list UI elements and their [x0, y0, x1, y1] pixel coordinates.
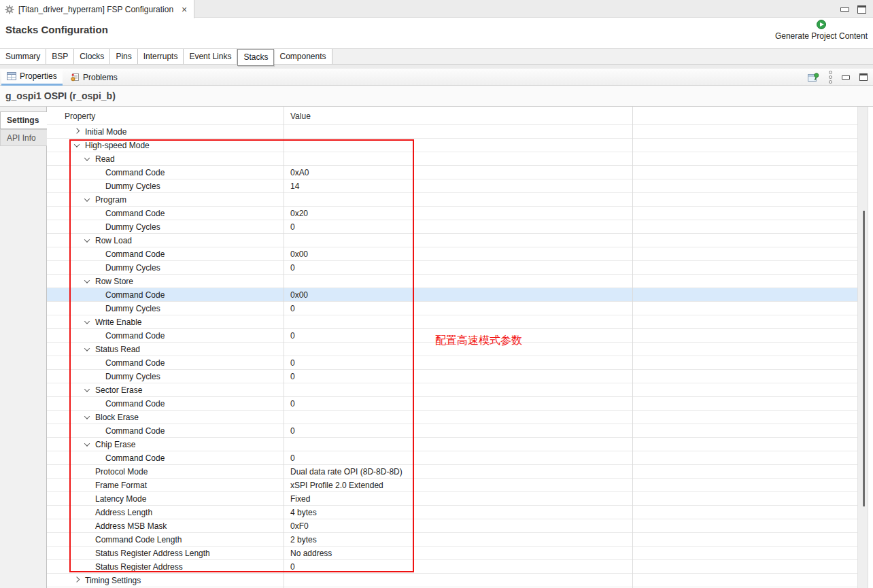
property-value[interactable]: 0: [284, 453, 632, 463]
table-row[interactable]: Protocol ModeDual data rate OPI (8D-8D-8…: [47, 465, 857, 479]
table-row[interactable]: Program: [47, 193, 857, 207]
property-value[interactable]: 0xA0: [284, 168, 632, 177]
chevron-down-icon[interactable]: [84, 386, 90, 392]
tab-properties[interactable]: Properties: [1, 69, 63, 86]
table-row[interactable]: Frame FormatxSPI Profile 2.0 Extended: [47, 479, 857, 492]
property-value[interactable]: 0: [284, 399, 632, 409]
property-value[interactable]: 0: [284, 358, 632, 368]
chevron-right-icon[interactable]: [74, 128, 80, 133]
table-row[interactable]: Timing Settings: [47, 574, 857, 587]
property-value[interactable]: 0x00: [284, 249, 632, 259]
table-row[interactable]: Address Length4 bytes: [47, 506, 857, 519]
property-cell: Protocol Mode: [47, 467, 284, 477]
table-row[interactable]: Command Code0xA0: [47, 166, 857, 179]
table-row[interactable]: Dummy Cycles0: [47, 370, 857, 383]
property-value[interactable]: 0: [284, 562, 632, 572]
property-value[interactable]: 0xF0: [284, 521, 632, 531]
table-row[interactable]: Command Code Length2 bytes: [47, 533, 857, 547]
chevron-right-icon[interactable]: [74, 576, 80, 582]
chevron-down-icon[interactable]: [84, 196, 90, 201]
page-tab-pins[interactable]: Pins: [110, 49, 137, 64]
property-cell: Chip Erase: [47, 440, 284, 449]
table-row[interactable]: Address MSB Mask0xF0: [47, 519, 857, 533]
chevron-down-icon[interactable]: [84, 345, 90, 351]
table-row[interactable]: Chip Erase: [47, 438, 857, 451]
editor-tab-fsp-configuration[interactable]: [Titan_driver_hyperram] FSP Configuratio…: [0, 0, 194, 18]
page-tab-stacks[interactable]: Stacks: [237, 49, 274, 66]
property-label: Dummy Cycles: [105, 372, 160, 381]
page-tab-event-links[interactable]: Event Links: [184, 49, 237, 64]
table-row[interactable]: Status Register Address LengthNo address: [47, 547, 857, 560]
table-row[interactable]: Dummy Cycles14: [47, 179, 857, 193]
property-value[interactable]: 0: [284, 222, 632, 232]
table-row[interactable]: Row Store: [47, 275, 857, 288]
generate-project-content-button[interactable]: Generate Project Content: [775, 20, 868, 41]
editor-tab-label: [Titan_driver_hyperram] FSP Configuratio…: [18, 5, 173, 14]
table-row[interactable]: Status Register Address0: [47, 560, 857, 574]
table-row[interactable]: Command Code0x00: [47, 247, 857, 261]
page-tab-bsp[interactable]: BSP: [46, 49, 74, 64]
table-row[interactable]: Read: [47, 152, 857, 166]
table-row[interactable]: Dummy Cycles0: [47, 261, 857, 275]
chevron-down-icon[interactable]: [84, 155, 90, 160]
table-row[interactable]: Initial Mode: [47, 125, 857, 139]
property-value[interactable]: 14: [284, 181, 632, 191]
property-value[interactable]: 2 bytes: [284, 535, 632, 544]
table-row[interactable]: Command Code0: [47, 397, 857, 411]
pin-editor-icon[interactable]: [808, 73, 819, 82]
table-row[interactable]: Dummy Cycles0: [47, 302, 857, 315]
table-row[interactable]: Command Code0x00: [47, 288, 857, 302]
minimize-view-icon[interactable]: [842, 75, 850, 80]
property-value[interactable]: Dual data rate OPI (8D-8D-8D): [284, 467, 632, 477]
property-value[interactable]: 0: [284, 304, 632, 313]
vertical-scrollbar[interactable]: [857, 107, 868, 588]
maximize-icon[interactable]: [857, 5, 866, 14]
chevron-down-icon[interactable]: [74, 141, 80, 147]
table-row[interactable]: Sector Erase: [47, 383, 857, 397]
side-tab-settings[interactable]: Settings: [0, 111, 47, 129]
table-row[interactable]: Command Code0: [47, 451, 857, 465]
table-row[interactable]: Write Enable: [47, 315, 857, 329]
table-row[interactable]: Latency ModeFixed: [47, 492, 857, 506]
chevron-down-icon[interactable]: [84, 413, 90, 419]
page-tab-clocks[interactable]: Clocks: [74, 49, 110, 64]
page-tab-summary[interactable]: Summary: [0, 49, 46, 64]
property-cell: Command Code Length: [47, 535, 284, 544]
property-value[interactable]: 4 bytes: [284, 508, 632, 517]
chevron-down-icon[interactable]: [84, 440, 90, 446]
property-cell: Status Register Address: [47, 562, 284, 572]
view-menu-icon[interactable]: [829, 71, 832, 84]
page-tab-interrupts[interactable]: Interrupts: [138, 49, 184, 64]
maximize-view-icon[interactable]: [859, 73, 868, 81]
column-divider[interactable]: [284, 107, 284, 588]
table-row[interactable]: Block Erase: [47, 411, 857, 424]
property-value[interactable]: 0x00: [284, 290, 632, 300]
column-divider[interactable]: [632, 107, 633, 588]
property-value[interactable]: 0: [284, 426, 632, 436]
chevron-down-icon[interactable]: [84, 277, 90, 283]
table-row[interactable]: Command Code0: [47, 424, 857, 438]
minimize-icon[interactable]: [840, 7, 849, 12]
property-value[interactable]: 0x20: [284, 209, 632, 218]
property-value[interactable]: 0: [284, 263, 632, 273]
property-value[interactable]: 0: [284, 372, 632, 381]
properties-table-rows: Initial ModeHigh-speed ModeReadCommand C…: [47, 125, 857, 587]
property-cell: Dummy Cycles: [47, 263, 284, 273]
table-row[interactable]: High-speed Mode: [47, 139, 857, 152]
scrollbar-thumb[interactable]: [863, 211, 865, 506]
table-row[interactable]: Row Load: [47, 234, 857, 247]
property-value[interactable]: No address: [284, 549, 632, 558]
table-row[interactable]: Command Code0x20: [47, 207, 857, 220]
table-row[interactable]: Command Code0: [47, 356, 857, 370]
page-tab-components[interactable]: Components: [274, 49, 332, 64]
table-row[interactable]: Dummy Cycles0: [47, 220, 857, 234]
property-value[interactable]: xSPI Profile 2.0 Extended: [284, 481, 632, 490]
chevron-down-icon[interactable]: [84, 318, 90, 324]
property-cell: Row Load: [47, 236, 284, 245]
tab-problems[interactable]: Problems: [65, 69, 123, 86]
close-icon[interactable]: ×: [182, 5, 187, 14]
side-tab-api-info[interactable]: API Info: [0, 129, 47, 146]
chevron-down-icon[interactable]: [84, 237, 90, 242]
property-cell: Dummy Cycles: [47, 222, 284, 232]
property-value[interactable]: Fixed: [284, 494, 632, 504]
